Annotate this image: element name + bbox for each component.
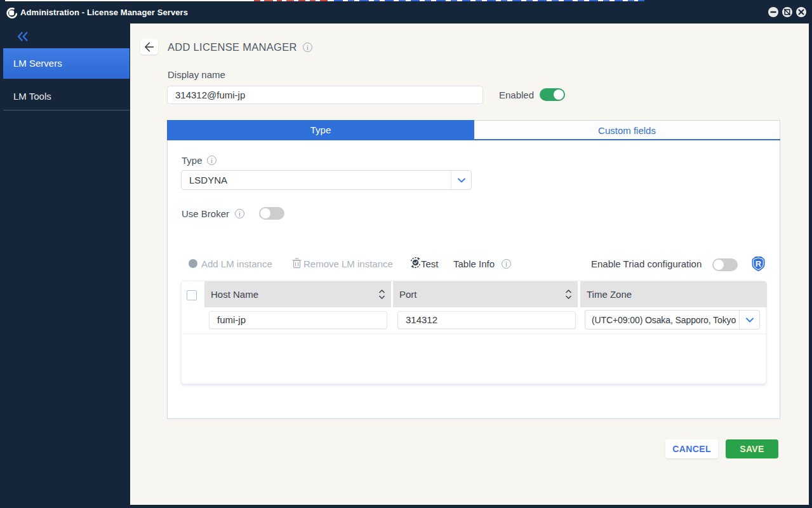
svg-text:R: R [755, 259, 762, 269]
